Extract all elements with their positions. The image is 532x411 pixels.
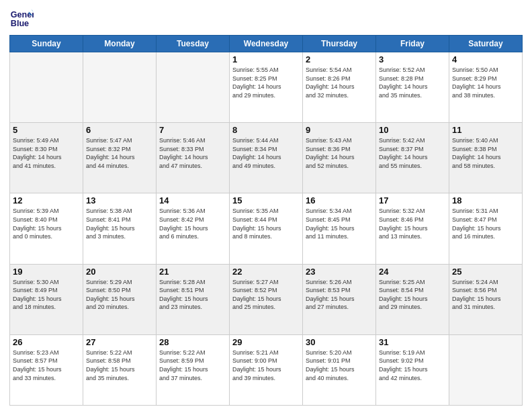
day-number: 3 (379, 54, 446, 64)
calendar-week-3: 12Sunrise: 5:39 AM Sunset: 8:40 PM Dayli… (10, 193, 523, 264)
day-header-sunday: Sunday (10, 36, 83, 52)
day-info: Sunrise: 5:26 AM Sunset: 8:53 PM Dayligh… (306, 278, 373, 312)
calendar-cell (449, 334, 523, 405)
day-number: 15 (232, 195, 300, 205)
day-info: Sunrise: 5:38 AM Sunset: 8:41 PM Dayligh… (86, 207, 153, 240)
day-info: Sunrise: 5:55 AM Sunset: 8:25 PM Dayligh… (232, 66, 300, 99)
day-info: Sunrise: 5:34 AM Sunset: 8:45 PM Dayligh… (306, 207, 373, 240)
day-number: 2 (306, 54, 373, 64)
calendar-week-2: 5Sunrise: 5:49 AM Sunset: 8:30 PM Daylig… (10, 123, 523, 193)
day-info: Sunrise: 5:44 AM Sunset: 8:34 PM Dayligh… (232, 136, 300, 170)
day-number: 9 (306, 125, 373, 135)
calendar-cell: 7Sunrise: 5:46 AM Sunset: 8:33 PM Daylig… (157, 123, 230, 193)
day-info: Sunrise: 5:42 AM Sunset: 8:37 PM Dayligh… (379, 136, 446, 170)
calendar-cell: 25Sunrise: 5:24 AM Sunset: 8:56 PM Dayli… (449, 264, 523, 334)
day-header-wednesday: Wednesday (230, 36, 303, 52)
day-number: 21 (159, 267, 226, 277)
calendar-week-5: 26Sunrise: 5:23 AM Sunset: 8:57 PM Dayli… (10, 334, 523, 405)
calendar-cell: 22Sunrise: 5:27 AM Sunset: 8:52 PM Dayli… (230, 264, 303, 334)
day-info: Sunrise: 5:36 AM Sunset: 8:42 PM Dayligh… (159, 207, 226, 240)
day-info: Sunrise: 5:39 AM Sunset: 8:40 PM Dayligh… (13, 207, 80, 240)
day-info: Sunrise: 5:49 AM Sunset: 8:30 PM Dayligh… (13, 136, 80, 170)
day-info: Sunrise: 5:30 AM Sunset: 8:49 PM Dayligh… (13, 278, 80, 312)
day-number: 27 (86, 337, 153, 347)
day-number: 10 (379, 125, 446, 135)
day-number: 23 (306, 267, 373, 277)
day-header-thursday: Thursday (303, 36, 376, 52)
calendar-cell: 10Sunrise: 5:42 AM Sunset: 8:37 PM Dayli… (376, 123, 449, 193)
day-number: 11 (452, 125, 519, 135)
day-number: 19 (13, 267, 80, 277)
day-number: 28 (159, 337, 226, 347)
day-info: Sunrise: 5:24 AM Sunset: 8:56 PM Dayligh… (452, 278, 519, 312)
page: General Blue SundayMondayTuesdayWednesda… (0, 0, 532, 411)
day-info: Sunrise: 5:22 AM Sunset: 8:59 PM Dayligh… (159, 349, 226, 382)
svg-text:Blue: Blue (11, 19, 29, 28)
day-info: Sunrise: 5:28 AM Sunset: 8:51 PM Dayligh… (159, 278, 226, 312)
day-header-tuesday: Tuesday (157, 36, 230, 52)
calendar-cell: 13Sunrise: 5:38 AM Sunset: 8:41 PM Dayli… (83, 193, 157, 264)
day-number: 17 (379, 195, 446, 205)
calendar-cell: 12Sunrise: 5:39 AM Sunset: 8:40 PM Dayli… (10, 193, 83, 264)
calendar-cell: 24Sunrise: 5:25 AM Sunset: 8:54 PM Dayli… (376, 264, 449, 334)
day-number: 18 (452, 195, 519, 205)
calendar-week-1: 1Sunrise: 5:55 AM Sunset: 8:25 PM Daylig… (10, 52, 523, 123)
day-info: Sunrise: 5:25 AM Sunset: 8:54 PM Dayligh… (379, 278, 446, 312)
calendar-cell: 2Sunrise: 5:54 AM Sunset: 8:26 PM Daylig… (303, 52, 376, 123)
day-number: 8 (232, 125, 300, 135)
day-header-friday: Friday (376, 36, 449, 52)
calendar-cell: 19Sunrise: 5:30 AM Sunset: 8:49 PM Dayli… (10, 264, 83, 334)
day-number: 5 (13, 125, 80, 135)
day-info: Sunrise: 5:54 AM Sunset: 8:26 PM Dayligh… (306, 66, 373, 99)
calendar-cell: 3Sunrise: 5:52 AM Sunset: 8:28 PM Daylig… (376, 52, 449, 123)
calendar-cell: 26Sunrise: 5:23 AM Sunset: 8:57 PM Dayli… (10, 334, 83, 405)
day-info: Sunrise: 5:32 AM Sunset: 8:46 PM Dayligh… (379, 207, 446, 240)
calendar-cell: 18Sunrise: 5:31 AM Sunset: 8:47 PM Dayli… (449, 193, 523, 264)
day-number: 30 (306, 337, 373, 347)
day-header-monday: Monday (83, 36, 157, 52)
days-header-row: SundayMondayTuesdayWednesdayThursdayFrid… (10, 36, 523, 52)
calendar-cell: 31Sunrise: 5:19 AM Sunset: 9:02 PM Dayli… (376, 334, 449, 405)
calendar-cell: 11Sunrise: 5:40 AM Sunset: 8:38 PM Dayli… (449, 123, 523, 193)
calendar-cell: 29Sunrise: 5:21 AM Sunset: 9:00 PM Dayli… (230, 334, 303, 405)
calendar-cell (83, 52, 157, 123)
calendar-cell: 30Sunrise: 5:20 AM Sunset: 9:01 PM Dayli… (303, 334, 376, 405)
logo: General Blue (9, 7, 36, 31)
calendar-cell: 4Sunrise: 5:50 AM Sunset: 8:29 PM Daylig… (449, 52, 523, 123)
day-header-saturday: Saturday (449, 36, 523, 52)
calendar-cell: 20Sunrise: 5:29 AM Sunset: 8:50 PM Dayli… (83, 264, 157, 334)
day-info: Sunrise: 5:35 AM Sunset: 8:44 PM Dayligh… (232, 207, 300, 240)
calendar-cell: 1Sunrise: 5:55 AM Sunset: 8:25 PM Daylig… (230, 52, 303, 123)
day-number: 14 (159, 195, 226, 205)
calendar-week-4: 19Sunrise: 5:30 AM Sunset: 8:49 PM Dayli… (10, 264, 523, 334)
day-info: Sunrise: 5:19 AM Sunset: 9:02 PM Dayligh… (379, 349, 446, 382)
day-info: Sunrise: 5:31 AM Sunset: 8:47 PM Dayligh… (452, 207, 519, 240)
header: General Blue (9, 7, 523, 31)
day-number: 22 (232, 267, 300, 277)
day-info: Sunrise: 5:40 AM Sunset: 8:38 PM Dayligh… (452, 136, 519, 170)
day-number: 29 (232, 337, 300, 347)
calendar-cell: 5Sunrise: 5:49 AM Sunset: 8:30 PM Daylig… (10, 123, 83, 193)
day-number: 20 (86, 267, 153, 277)
calendar-cell: 16Sunrise: 5:34 AM Sunset: 8:45 PM Dayli… (303, 193, 376, 264)
day-info: Sunrise: 5:27 AM Sunset: 8:52 PM Dayligh… (232, 278, 300, 312)
day-info: Sunrise: 5:50 AM Sunset: 8:29 PM Dayligh… (452, 66, 519, 99)
day-number: 26 (13, 337, 80, 347)
calendar-cell: 6Sunrise: 5:47 AM Sunset: 8:32 PM Daylig… (83, 123, 157, 193)
day-info: Sunrise: 5:29 AM Sunset: 8:50 PM Dayligh… (86, 278, 153, 312)
calendar-cell: 17Sunrise: 5:32 AM Sunset: 8:46 PM Dayli… (376, 193, 449, 264)
day-number: 25 (452, 267, 519, 277)
day-number: 24 (379, 267, 446, 277)
calendar-cell: 28Sunrise: 5:22 AM Sunset: 8:59 PM Dayli… (157, 334, 230, 405)
day-number: 4 (452, 54, 519, 64)
day-number: 16 (306, 195, 373, 205)
calendar-cell: 27Sunrise: 5:22 AM Sunset: 8:58 PM Dayli… (83, 334, 157, 405)
day-info: Sunrise: 5:22 AM Sunset: 8:58 PM Dayligh… (86, 349, 153, 382)
day-number: 13 (86, 195, 153, 205)
day-info: Sunrise: 5:46 AM Sunset: 8:33 PM Dayligh… (159, 136, 226, 170)
calendar-table: SundayMondayTuesdayWednesdayThursdayFrid… (9, 35, 523, 406)
day-number: 1 (232, 54, 300, 64)
day-number: 6 (86, 125, 153, 135)
day-info: Sunrise: 5:43 AM Sunset: 8:36 PM Dayligh… (306, 136, 373, 170)
day-number: 12 (13, 195, 80, 205)
